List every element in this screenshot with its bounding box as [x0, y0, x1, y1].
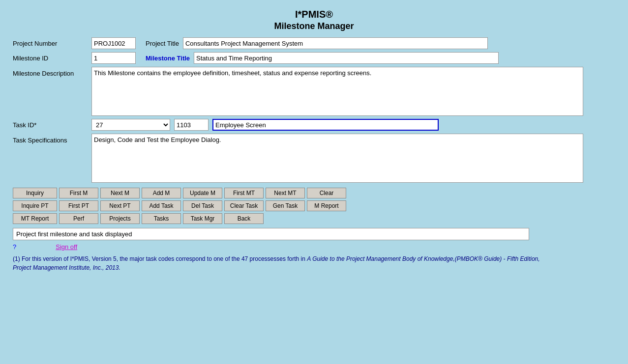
button-row-3: MT ReportPerfProjectsTasksTask MgrBack [13, 213, 615, 224]
task-mgr-button[interactable]: Task Mgr [183, 213, 222, 224]
m-report-button[interactable]: M Report [307, 200, 346, 211]
mt-report-button[interactable]: MT Report [13, 213, 57, 224]
task-id-select[interactable]: 27 [91, 119, 170, 131]
app-subtitle: Milestone Manager [13, 21, 615, 31]
clear-task-button[interactable]: Clear Task [224, 200, 264, 211]
footer-note: (1) For this version of I*PMIS, Version … [13, 254, 554, 272]
milestone-title-input[interactable] [194, 52, 499, 64]
del-task-button[interactable]: Del Task [183, 200, 222, 211]
milestone-id-label: Milestone ID [13, 55, 91, 62]
milestone-description-label: Milestone Description [13, 67, 91, 77]
project-title-input[interactable] [183, 37, 488, 49]
project-number-input[interactable] [91, 37, 136, 49]
footer-text-normal: (1) For this version of I*PMIS, Version … [13, 255, 307, 262]
button-row-2: Inquire PTFirst PTNext PTAdd TaskDel Tas… [13, 200, 615, 211]
projects-button[interactable]: Projects [100, 213, 140, 224]
buttons-section: InquiryFirst MNext MAdd MUpdate MFirst M… [13, 188, 615, 224]
help-link[interactable]: ? [13, 243, 16, 251]
milestone-id-row: Milestone ID Milestone Title [13, 52, 615, 64]
milestone-desc-row: Milestone Description This Milestone con… [13, 67, 615, 116]
task-specifications-label: Task Specifications [13, 134, 91, 144]
first-mt-button[interactable]: First MT [224, 188, 264, 198]
task-spec-row: Task Specifications Design, Code and Tes… [13, 134, 615, 183]
task-name-input[interactable] [212, 119, 439, 131]
add-task-button[interactable]: Add Task [142, 200, 181, 211]
project-number-label: Project Number [13, 40, 91, 47]
signoff-link[interactable]: Sign off [56, 243, 77, 251]
first-pt-button[interactable]: First PT [59, 200, 98, 211]
task-id-row: Task ID* 27 [13, 119, 615, 131]
next-pt-button[interactable]: Next PT [100, 200, 140, 211]
update-m-button[interactable]: Update M [183, 188, 222, 198]
task-id-label: Task ID* [13, 121, 91, 129]
inquire-pt-button[interactable]: Inquire PT [13, 200, 57, 211]
milestone-title-label: Milestone Title [146, 55, 190, 62]
milestone-description-textarea[interactable]: This Milestone contains the employee def… [91, 67, 583, 116]
bottom-links: ? Sign off [13, 243, 615, 251]
add-m-button[interactable]: Add M [142, 188, 181, 198]
gen-task-button[interactable]: Gen Task [266, 200, 305, 211]
next-mt-button[interactable]: Next MT [266, 188, 305, 198]
inquiry-button[interactable]: Inquiry [13, 188, 57, 198]
back-button[interactable]: Back [224, 213, 264, 224]
main-container: I*PMIS® Milestone Manager Project Number… [5, 5, 623, 276]
app-title: I*PMIS® [13, 9, 615, 20]
status-bar: Project first milestone and task display… [13, 228, 529, 240]
project-row: Project Number Project Title [13, 37, 615, 49]
clear-button[interactable]: Clear [307, 188, 346, 198]
milestone-id-input[interactable] [91, 52, 136, 64]
first-m-button[interactable]: First M [59, 188, 98, 198]
project-title-label: Project Title [146, 40, 179, 47]
tasks-button[interactable]: Tasks [142, 213, 181, 224]
task-specifications-textarea[interactable]: Design, Code and Test the Employee Dialo… [91, 134, 583, 183]
task-code-input[interactable] [174, 119, 209, 131]
button-row-1: InquiryFirst MNext MAdd MUpdate MFirst M… [13, 188, 615, 198]
perf-button[interactable]: Perf [59, 213, 98, 224]
next-m-button[interactable]: Next M [100, 188, 140, 198]
